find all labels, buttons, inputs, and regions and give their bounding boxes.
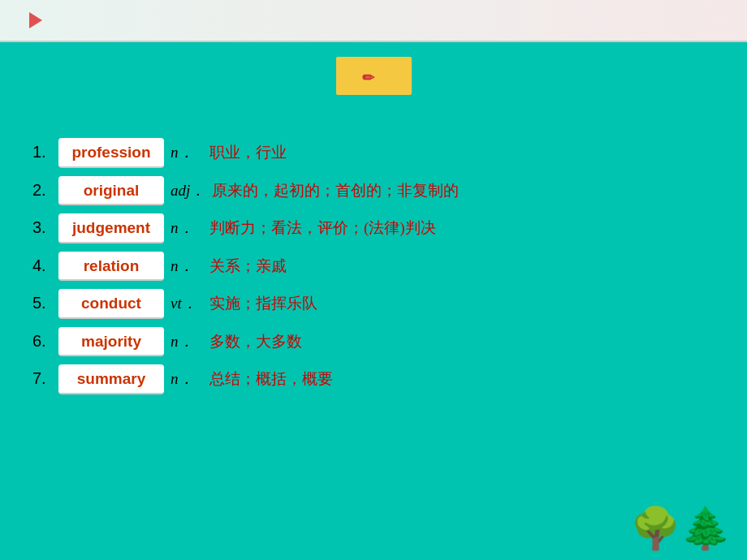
list-item: 5. conduct vt． 实施；指挥乐队	[32, 289, 715, 319]
vocab-meaning: 职业，行业	[209, 141, 287, 165]
section-title-box	[32, 57, 715, 95]
vocab-word-box: relation	[58, 252, 164, 282]
vocab-meaning: 原来的，起初的；首创的；非复制的	[212, 179, 459, 203]
vocab-pos: n．	[171, 217, 203, 240]
vocab-word-box: summary	[58, 364, 164, 394]
vocab-num: 2.	[32, 178, 58, 202]
vocab-num: 7.	[32, 366, 58, 390]
vocab-word: original	[84, 182, 140, 199]
vocab-num: 3.	[32, 215, 58, 239]
section-title	[336, 57, 412, 95]
vocab-word-box: profession	[58, 138, 164, 168]
vocab-meaning: 判断力；看法，评价；(法律)判决	[209, 217, 436, 240]
list-item: 3. judgement n． 判断力；看法，评价；(法律)判决	[32, 213, 715, 243]
list-item: 6. majority n． 多数，大多数	[32, 327, 715, 357]
vocab-pos: n．	[171, 330, 203, 354]
main-content: 1. profession n． 职业，行业 2. original adj． …	[0, 42, 747, 411]
vocab-word: profession	[71, 144, 150, 161]
list-item: 1. profession n． 职业，行业	[32, 138, 715, 168]
vocab-meaning: 多数，大多数	[209, 330, 302, 354]
list-item: 2. original adj． 原来的，起初的；首创的；非复制的	[32, 176, 715, 206]
vocab-num: 5.	[32, 291, 58, 315]
trees-decoration: 🌳🌲	[630, 505, 731, 552]
vocab-num: 4.	[32, 253, 58, 278]
vocab-word-box: majority	[58, 327, 164, 357]
list-item: 7. summary n． 总结；概括，概要	[32, 364, 715, 394]
vocab-word-box: original	[58, 176, 164, 206]
vocab-section-header	[41, 108, 715, 127]
header-left	[16, 12, 55, 28]
list-item: 4. relation n． 关系；亲戚	[32, 252, 715, 282]
vocab-meaning: 实施；指挥乐队	[209, 292, 317, 316]
vocab-num: 6.	[32, 329, 58, 353]
vocab-pos: vt．	[171, 292, 203, 316]
vocab-num: 1.	[32, 140, 58, 164]
vocab-meaning: 关系；亲戚	[209, 255, 287, 278]
header-bar	[0, 0, 747, 42]
vocab-pos: adj．	[171, 179, 205, 203]
vocab-word: conduct	[81, 295, 141, 312]
vocab-word: judgement	[72, 219, 150, 236]
vocab-meaning: 总结；概括，概要	[209, 368, 333, 391]
vocab-word-box: judgement	[58, 213, 164, 243]
vocab-word: relation	[84, 257, 140, 274]
vocab-word-box: conduct	[58, 289, 164, 319]
vocab-list: 1. profession n． 职业，行业 2. original adj． …	[32, 138, 715, 394]
vocab-pos: n．	[171, 368, 203, 391]
vocab-pos: n．	[171, 141, 203, 165]
vocab-word: majority	[81, 333, 141, 350]
vocab-word: summary	[77, 370, 146, 387]
header-triangle-icon	[29, 12, 42, 28]
vocab-pos: n．	[171, 255, 203, 278]
